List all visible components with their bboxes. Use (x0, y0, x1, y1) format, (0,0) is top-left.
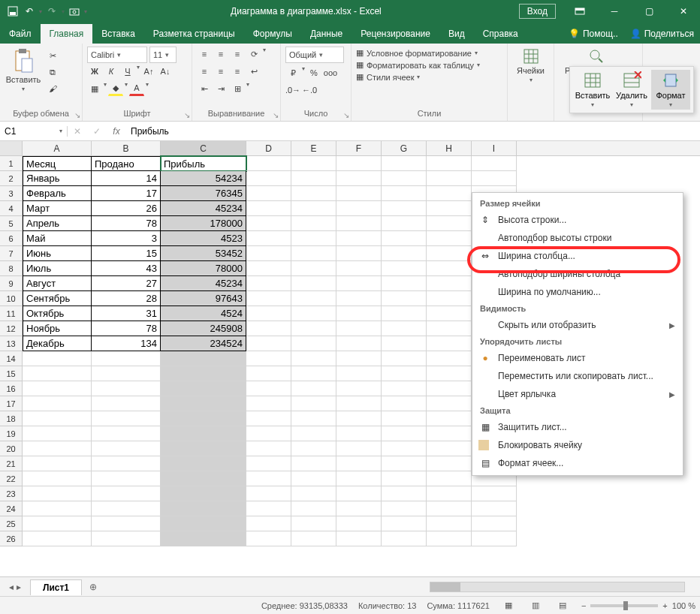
cell[interactable] (246, 216, 291, 231)
cell[interactable] (291, 321, 336, 336)
cell[interactable] (92, 411, 161, 426)
autofit-col-item[interactable]: Автоподбор ширины столбца (472, 265, 683, 283)
cell[interactable] (427, 186, 472, 201)
zoom-control[interactable]: − + 100 % (581, 601, 695, 610)
cell[interactable] (427, 366, 472, 381)
redo-icon[interactable]: ↷ (45, 5, 59, 18)
comma-icon[interactable]: ooo (323, 65, 338, 80)
cell[interactable] (336, 321, 382, 336)
delete-cells-button[interactable]: Удалить▾ (612, 70, 651, 110)
page-break-view-icon[interactable]: ▤ (554, 599, 571, 612)
cell[interactable]: 4524 (161, 306, 246, 321)
cell[interactable] (336, 381, 382, 396)
rename-sheet-item[interactable]: ●Переименовать лист (472, 349, 683, 367)
cell[interactable] (427, 216, 472, 231)
cell[interactable] (382, 396, 427, 411)
cell[interactable] (336, 171, 382, 186)
number-format[interactable]: Общий▾ (285, 47, 344, 63)
cell[interactable] (161, 456, 246, 471)
cell[interactable] (382, 441, 427, 456)
row-header[interactable]: 7 (0, 246, 22, 261)
zoom-out-icon[interactable]: − (581, 601, 586, 610)
camera-icon[interactable] (68, 5, 81, 18)
cell[interactable]: Март (23, 201, 92, 216)
cell[interactable] (246, 246, 291, 261)
cell[interactable] (472, 171, 517, 186)
insert-cells-button[interactable]: Вставить▾ (573, 70, 612, 110)
merge-icon[interactable]: ⊞ (230, 81, 245, 96)
cell[interactable] (92, 426, 161, 441)
cell[interactable] (382, 501, 427, 516)
col-header-B[interactable]: B (92, 141, 161, 155)
cell[interactable] (382, 486, 427, 501)
row-header[interactable]: 24 (0, 501, 22, 516)
cell[interactable]: 53452 (161, 246, 246, 261)
cell[interactable] (246, 381, 291, 396)
cell[interactable]: 45234 (161, 276, 246, 291)
undo-icon[interactable]: ↶ (23, 5, 36, 18)
cell[interactable] (336, 471, 382, 486)
cell[interactable]: 245908 (161, 321, 246, 336)
cell[interactable] (382, 306, 427, 321)
cell[interactable] (427, 501, 472, 516)
cell[interactable] (427, 471, 472, 486)
cell[interactable] (427, 351, 472, 366)
cell[interactable] (336, 306, 382, 321)
col-header-C[interactable]: C (161, 141, 246, 155)
zoom-in-icon[interactable]: + (662, 601, 667, 610)
qat-dd[interactable]: ▾ (84, 8, 87, 15)
cell[interactable] (382, 471, 427, 486)
cell[interactable] (246, 306, 291, 321)
zoom-level[interactable]: 100 % (672, 601, 695, 610)
row-header[interactable]: 4 (0, 201, 22, 216)
cell[interactable] (427, 426, 472, 441)
cell[interactable]: 26 (92, 201, 161, 216)
cell[interactable] (427, 396, 472, 411)
col-header-E[interactable]: E (291, 141, 336, 155)
cell[interactable] (291, 171, 336, 186)
cell[interactable] (336, 276, 382, 291)
cell[interactable]: Прибыль (161, 156, 246, 171)
cell[interactable] (291, 246, 336, 261)
cell[interactable] (427, 516, 472, 531)
cell[interactable] (92, 471, 161, 486)
cell[interactable] (427, 486, 472, 501)
cell[interactable] (427, 171, 472, 186)
cell[interactable] (427, 381, 472, 396)
cell[interactable] (336, 456, 382, 471)
ribbon-options-icon[interactable] (563, 0, 596, 23)
italic-icon[interactable]: К (104, 64, 119, 79)
cell[interactable] (161, 516, 246, 531)
cell[interactable]: Февраль (23, 186, 92, 201)
cell[interactable] (246, 501, 291, 516)
cell[interactable] (382, 531, 427, 546)
cell[interactable] (291, 201, 336, 216)
default-width-item[interactable]: Ширина по умолчанию... (472, 283, 683, 301)
cell[interactable] (427, 456, 472, 471)
font-launcher[interactable]: ↘ (184, 111, 190, 119)
orientation-icon[interactable]: ⟳ (246, 47, 261, 62)
cell[interactable] (23, 456, 92, 471)
col-header-D[interactable]: D (246, 141, 291, 155)
autofit-row-item[interactable]: Автоподбор высоты строки (472, 229, 683, 247)
row-header[interactable]: 13 (0, 336, 22, 351)
cell[interactable] (92, 456, 161, 471)
paste-button[interactable]: Вставить ▾ (5, 47, 42, 94)
cell[interactable] (23, 411, 92, 426)
cell[interactable] (291, 186, 336, 201)
decrease-indent-icon[interactable]: ⇤ (197, 81, 212, 96)
row-header[interactable]: 8 (0, 261, 22, 276)
sheet-nav[interactable]: ◂ ▸ (0, 582, 30, 592)
grow-font-icon[interactable]: A↑ (141, 64, 156, 79)
font-name[interactable]: Calibri▾ (87, 47, 147, 63)
cell[interactable] (246, 426, 291, 441)
align-middle-icon[interactable]: ≡ (213, 47, 228, 62)
row-header[interactable]: 5 (0, 216, 22, 231)
zoom-slider[interactable] (590, 604, 658, 607)
add-sheet-icon[interactable]: ⊕ (82, 582, 104, 592)
cell[interactable] (382, 216, 427, 231)
decrease-decimal-icon[interactable]: ←.0 (302, 83, 317, 98)
increase-decimal-icon[interactable]: .0→ (285, 83, 300, 98)
save-icon[interactable] (6, 5, 20, 18)
redo-dd[interactable]: ▾ (62, 8, 65, 15)
